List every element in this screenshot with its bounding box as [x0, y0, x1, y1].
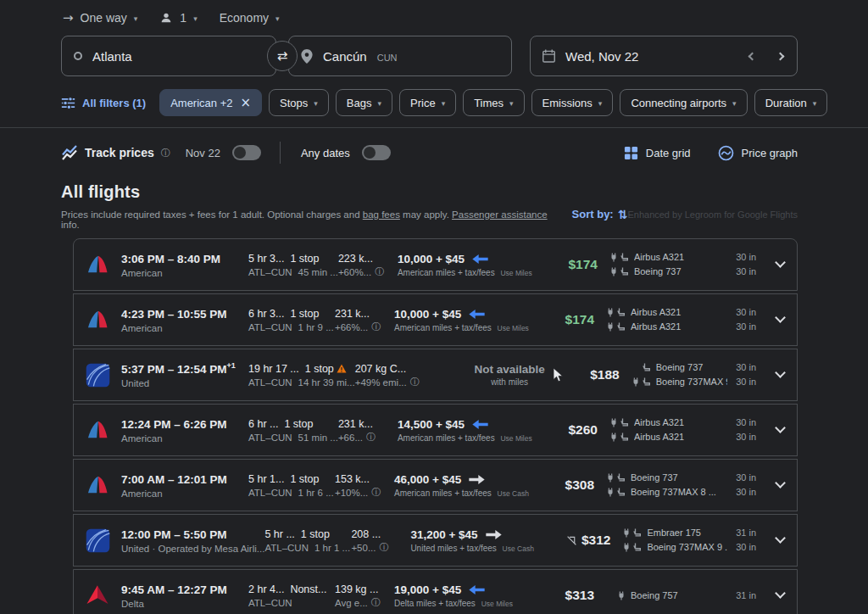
award-column: 19,000 + $45 Delta miles + tax/fees Use …: [394, 583, 538, 608]
amenity-icons: [604, 473, 626, 483]
aircraft-column: Airbus A321 30 in Airbus A321 30 in: [604, 305, 763, 334]
track-prices-toggle[interactable]: [232, 145, 261, 160]
sort-by-button[interactable]: Sort by: ⇅: [572, 208, 628, 220]
aircraft-info: Boeing 737 30 in: [604, 471, 763, 485]
passenger-assistance-link[interactable]: Passenger assistance: [452, 209, 548, 220]
power-icon: [622, 528, 631, 538]
chevron-down-icon: ▾: [813, 100, 817, 108]
duration-column: 5 hr ... 1 stop ATL–CUN 1 hr 1 ...: [264, 528, 351, 553]
origin-circle-icon: [74, 52, 82, 60]
flight-row[interactable]: 7:00 AM – 12:01 PM American 5 hr 1... 1 …: [73, 459, 798, 511]
destination-value: Cancún: [323, 49, 367, 64]
price-disclaimer: Prices include required taxes + fees for…: [61, 209, 560, 230]
chip-label: Duration: [765, 97, 807, 109]
airline-filter-chip[interactable]: American +2 ×: [159, 89, 262, 116]
price: $174: [565, 312, 594, 327]
trip-type-select[interactable]: → One way ▾: [54, 7, 146, 29]
seat-icon: [617, 322, 626, 332]
award-column: 14,500 + $45 American miles + tax/fees U…: [398, 418, 542, 443]
duration-value: 5 hr 1...: [248, 473, 284, 485]
filter-chip-emissions[interactable]: Emissions▾: [531, 89, 614, 116]
emissions-detail: +66...: [338, 433, 363, 443]
award-price: 10,000 + $45 American miles + tax/fees U…: [398, 253, 542, 277]
amenity-icons: [630, 363, 651, 372]
chevron-down-icon: [775, 477, 786, 488]
previous-date-button[interactable]: [748, 52, 757, 60]
expand-flight-button[interactable]: [763, 239, 797, 290]
flight-row[interactable]: 4:23 PM – 10:55 PM American 6 hr 3... 1 …: [73, 293, 798, 346]
destination-input[interactable]: Cancún CUN: [288, 36, 512, 76]
expand-flight-button[interactable]: [763, 294, 797, 345]
legroom-value: 30 in: [732, 416, 763, 430]
duration-column: 5 hr 3... 1 stop ATL–CUN 45 min ...: [248, 253, 338, 277]
passengers-select[interactable]: 1 ▾: [151, 7, 205, 29]
stops-value: Nonst...: [290, 583, 326, 595]
search-inputs: Atlanta ⇄ Cancún CUN Wed, Nov 22: [61, 36, 798, 76]
aircraft-info: Embraer 175 31 in: [620, 526, 763, 540]
flight-row[interactable]: 12:00 PM – 5:50 PM United · Operated by …: [73, 514, 798, 567]
tune-icon: [61, 96, 75, 110]
all-filters-label: All filters (1): [82, 97, 146, 109]
layover-value: 45 min ...: [298, 267, 338, 277]
origin-input[interactable]: Atlanta: [61, 36, 276, 76]
aircraft-name: Boeing 737MAX 9 ...: [656, 375, 727, 389]
times-column: 9:45 AM – 12:27 PM Delta: [121, 582, 248, 609]
legroom-value: 30 in: [732, 430, 763, 444]
award-miles-value: 14,500 + $45: [398, 418, 465, 431]
filter-chip-connecting-airports[interactable]: Connecting airports▾: [620, 89, 747, 116]
any-dates-toggle[interactable]: [362, 145, 391, 160]
flight-row[interactable]: 3:06 PM – 8:40 PM American 5 hr 3... 1 s…: [73, 238, 798, 291]
bag-fees-link[interactable]: bag fees: [363, 209, 400, 220]
emissions-column: 153 k... +10%... ⓘ: [335, 473, 394, 498]
airline-logo: [74, 471, 121, 500]
flight-row[interactable]: 5:37 PM – 12:54 PM+1 United 19 hr 17 ...…: [73, 349, 798, 401]
filter-chip-price[interactable]: Price▾: [399, 89, 456, 116]
price: $312: [581, 533, 610, 548]
flight-row[interactable]: 9:45 AM – 12:27 PM Delta 2 hr 4... Nonst…: [73, 569, 798, 614]
next-date-button[interactable]: [776, 52, 785, 60]
airline-logo: [74, 250, 121, 279]
times-column: 12:00 PM – 5:50 PM United · Operated by …: [121, 527, 264, 554]
vertical-divider: [280, 142, 281, 164]
chevron-down-icon: [775, 312, 786, 323]
expand-flight-button[interactable]: [763, 460, 797, 511]
power-icon: [632, 377, 640, 387]
expand-flight-button[interactable]: [763, 570, 797, 614]
results-subheader: Prices include required taxes + fees for…: [61, 208, 798, 230]
duration-column: 6 hr ... 1 stop ATL–CUN 51 min ...: [248, 418, 338, 443]
aircraft-name: Boeing 737MAX 9 ...: [647, 540, 727, 555]
times-column: 3:06 PM – 8:40 PM American: [121, 251, 248, 278]
date-grid-button[interactable]: Date grid: [624, 146, 691, 160]
carrier-name: American: [121, 433, 248, 444]
aircraft-column: Airbus A321 30 in Airbus A321 30 in: [608, 416, 763, 444]
emissions-detail: +10%...: [335, 488, 368, 498]
airline-logo: [74, 362, 121, 388]
date-value: Wed, Nov 22: [565, 49, 638, 64]
award-note: Delta miles + tax/fees: [394, 599, 476, 608]
airline-logo: [74, 416, 121, 444]
flight-row[interactable]: 12:24 PM – 6:26 PM American 6 hr ... 1 s…: [73, 404, 798, 456]
filter-chip-times[interactable]: Times▾: [463, 89, 524, 116]
swap-button[interactable]: ⇄: [267, 41, 298, 71]
filter-chip-stops[interactable]: Stops▾: [269, 89, 329, 116]
legroom-value: 30 in: [732, 540, 763, 555]
emissions-column: 139 kg ... Avg e... ⓘ: [335, 583, 394, 608]
chevron-down-icon: [775, 367, 786, 378]
date-navigation: [749, 53, 785, 59]
expand-flight-button[interactable]: [763, 515, 797, 566]
expand-flight-button[interactable]: [763, 405, 797, 455]
passenger-count: 1: [180, 11, 186, 25]
cabin-class-select[interactable]: Economy ▾: [211, 7, 288, 29]
filter-chip-duration[interactable]: Duration▾: [754, 89, 828, 116]
chevron-down-icon: [775, 422, 786, 433]
info-icon: ⓘ: [410, 377, 420, 387]
close-icon[interactable]: ×: [240, 97, 251, 109]
filter-chip-bags[interactable]: Bags▾: [336, 89, 392, 116]
expand-flight-button[interactable]: [763, 349, 797, 400]
all-filters-button[interactable]: All filters (1): [58, 96, 153, 110]
route-value: ATL–CUN: [248, 377, 292, 388]
award-arrow-icon: [472, 254, 488, 264]
date-input[interactable]: Wed, Nov 22: [530, 36, 798, 76]
award-miles-value: 31,200 + $45: [410, 528, 477, 541]
price-graph-button[interactable]: Price graph: [718, 145, 798, 161]
